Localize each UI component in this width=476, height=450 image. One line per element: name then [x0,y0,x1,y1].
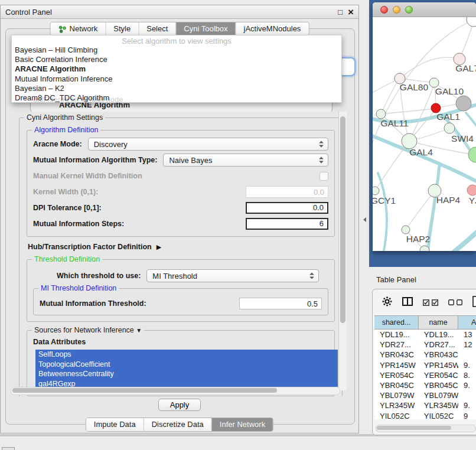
table-cell[interactable]: YIL052C [374,412,419,419]
settings-horizontal-scrollbar[interactable] [11,387,340,395]
mi-threshold-field[interactable]: 0.5 [239,298,322,309]
table-cell[interactable]: YDR27... [419,340,458,349]
network-node-gal11[interactable] [376,109,386,119]
tab-network[interactable]: Network [51,22,106,35]
aracne-mode-value: Discovery [94,140,128,149]
manual-kernel-width-checkbox [319,172,328,181]
column-header-a[interactable]: A [458,316,476,329]
gear-icon[interactable] [382,296,392,309]
table-cell[interactable]: YPR145W [419,361,458,370]
control-panel-tabbar: NetworkStyleSelectCyni ToolboxjActiveMNo… [50,22,309,36]
algorithm-option-bayesian-k2[interactable]: Bayesian – K2 [12,84,341,93]
table-cell[interactable]: YBR043C [374,350,419,359]
table-row[interactable]: YER054CYER054C8. [374,370,476,380]
attribute-item-betweennesscentrality[interactable]: BetweennessCentrality [35,369,338,379]
table-cell[interactable]: 9. [458,361,476,370]
columns-icon[interactable] [402,297,413,308]
table-row[interactable]: YPR145WYPR145W9. [374,360,476,370]
table-cell[interactable]: YBR045C [419,381,458,390]
table-cell[interactable]: YDR27... [374,340,419,349]
table-horizontal-scrollbar[interactable] [376,425,476,432]
table-row[interactable]: YBR045CYBR045C9. [374,380,476,390]
attribute-item-selfloops[interactable]: SelfLoops [35,350,338,360]
expand-triangle-icon: ▶ [157,243,161,251]
table-cell[interactable]: 9. [458,381,476,390]
table-cell[interactable]: YBL079W [419,391,458,400]
table-cell[interactable]: YDL19... [374,330,419,339]
table-row[interactable]: YIL052CYIL052C9 [374,411,476,420]
network-graph: GAL7GAL80GAL10GAL1GAL11SWI4GAL4GCY1HAP4Y… [373,17,476,251]
table-row[interactable]: YBR043CYBR043C [374,350,476,360]
network-canvas[interactable]: GAL7GAL80GAL10GAL1GAL11SWI4GAL4GCY1HAP4Y… [373,17,476,251]
algorithm-option-mutual-information-inference[interactable]: Mutual Information Inference [12,74,341,84]
float-window-icon[interactable]: □ [338,8,343,17]
zoom-traffic-light[interactable] [405,6,413,14]
algorithm-option-basic-correlation-inference[interactable]: Basic Correlation Inference [12,55,341,64]
network-desktop-background: GAL7GAL80GAL10GAL1GAL11SWI4GAL4GCY1HAP4Y… [369,0,476,267]
mi-algorithm-type-select[interactable]: Naive Bayes [163,154,328,167]
minimize-traffic-light[interactable] [393,6,400,14]
splitpane-collapse-arrow[interactable] [363,217,366,222]
table-cell[interactable]: YLR345W [419,401,458,410]
aracne-mode-select[interactable]: Discovery [88,138,328,151]
tab-discretize-data[interactable]: Discretize Data [144,418,211,431]
network-node-swi4[interactable] [444,123,455,133]
table-cell[interactable]: YDL19... [419,330,458,339]
table-cell[interactable]: YBR045C [374,381,419,390]
select-all-icon[interactable] [423,299,438,306]
table-cell[interactable]: 9. [458,401,476,410]
bottom-partial-button[interactable] [2,447,15,450]
algorithm-dropdown-popup: Select algorithm to view settings Bayesi… [11,35,342,103]
algorithm-option-aracne-algorithm[interactable]: ARACNE Algorithm [12,64,341,74]
tab-impute-data[interactable]: Impute Data [86,418,144,431]
network-window-titlebar[interactable] [373,2,476,17]
sources-legend[interactable]: Sources for Network Inference ▼ [32,326,144,334]
network-icon [58,25,67,33]
network-node-gcy1[interactable] [373,187,379,195]
dpi-tolerance-field[interactable]: 0.0 [246,202,328,214]
screen: Control Panel □ × NetworkStyleSelectCyni… [0,0,476,450]
mi-steps-field[interactable]: 6 [246,218,328,230]
table-cell[interactable]: 13 [458,330,476,339]
tab-cyni-toolbox[interactable]: Cyni Toolbox [175,22,235,35]
table-row[interactable]: YLR345WYLR345W9. [374,400,476,410]
tab-style[interactable]: Style [105,22,138,35]
network-node-hap2[interactable] [402,226,410,234]
table-cell[interactable]: 9 [458,412,476,419]
table-row[interactable]: YBL079WYBL079W [374,390,476,400]
table-row[interactable]: YDR27...YDR27...12 [374,340,476,350]
algorithm-option-bayesian-hill-climbing[interactable]: Bayesian – Hill Climbing [12,45,341,55]
column-header-shared[interactable]: shared... [374,316,419,329]
table-cell[interactable]: YER054C [374,371,419,380]
settings-vertical-scrollbar[interactable] [338,112,347,390]
column-header-name[interactable]: name [419,316,458,329]
table-cell[interactable]: YBR043C [419,350,458,359]
table-row[interactable]: YDL19...YDL19...13 [374,330,476,340]
node-label-gal7: GAL7 [455,63,476,73]
network-node[interactable] [456,96,471,111]
table-cell[interactable]: YIL052C [419,412,458,419]
close-traffic-light[interactable] [380,6,388,14]
close-icon[interactable]: × [348,8,354,16]
table-cell[interactable]: YBL079W [374,391,419,400]
table-cell[interactable]: YLR345W [374,401,419,410]
attribute-item-topologicalcoefficient[interactable]: TopologicalCoefficient [35,360,338,370]
hub-definition-expander[interactable]: Hub/Transcription Factor Definition ▶ [28,243,336,251]
which-threshold-select[interactable]: MI Threshold [146,269,319,282]
threshold-definition-group: Threshold Definition Which threshold to … [27,259,335,322]
tab-infer-network[interactable]: Infer Network [211,418,273,431]
table-cell[interactable]: YER054C [419,371,458,380]
apply-button[interactable]: Apply [158,399,201,411]
algorithm-option-dream8-dc-tdc-algorithm[interactable]: Dream8 DC_TDC Algorithm [12,93,341,103]
deselect-all-icon[interactable] [448,299,462,305]
tab-select[interactable]: Select [138,22,175,35]
table-cell[interactable]: 8. [458,371,476,380]
table-cell[interactable]: YPR145W [374,361,419,370]
document-icon[interactable] [472,296,476,309]
network-node-yjl[interactable] [467,185,476,195]
aracne-mode-label: Aracne Mode: [33,140,82,148]
table-cell[interactable]: 12 [458,340,476,349]
tab-jactivemnodules[interactable]: jActiveMNodules [236,22,309,35]
network-node[interactable] [467,17,476,27]
tab-discretize-data-label: Discretize Data [152,418,204,431]
